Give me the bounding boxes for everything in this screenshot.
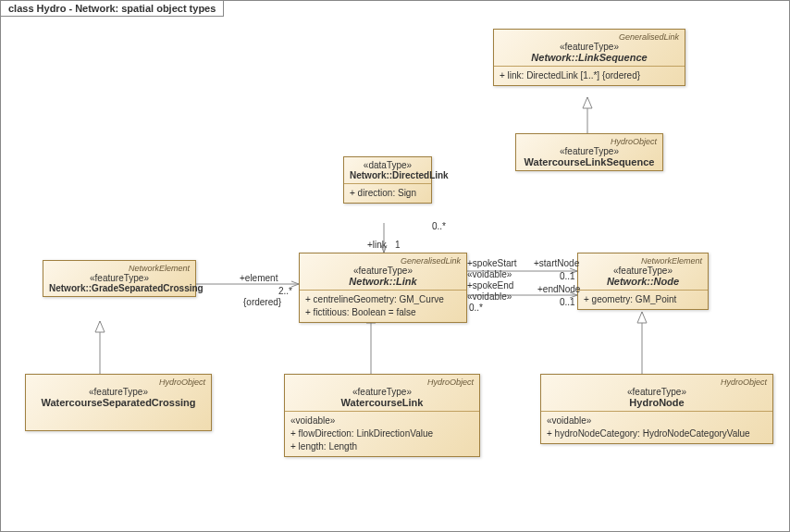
tag: GeneralisedLink [305, 256, 461, 266]
mult-link-0: 0..* [432, 221, 446, 231]
tag: NetworkElement [49, 264, 190, 273]
role-spoke-start: +spokeStart [467, 258, 517, 268]
stereo: «featureType» [584, 266, 702, 276]
stereo: «featureType» [500, 42, 679, 52]
attr: + geometry: GM_Point [578, 291, 708, 309]
name: Network::LinkSequence [500, 52, 679, 63]
class-watercourse-link: HydroObject«featureType»WatercourseLink … [284, 374, 480, 457]
role-start-node: +startNode [534, 258, 579, 268]
attr: + direction: Sign [344, 184, 431, 203]
attr: + link: DirectedLink [1..*] {ordered} [494, 67, 685, 85]
stereo: «featureType» [31, 387, 205, 397]
tag: HydroObject [31, 377, 205, 387]
tag: GeneralisedLink [500, 32, 679, 42]
stereo: «featureType» [522, 146, 657, 156]
tag: NetworkElement [584, 256, 702, 266]
role-element: +element [240, 273, 278, 283]
tag: HydroObject [290, 377, 474, 387]
class-network-link: GeneralisedLink«featureType»Network::Lin… [299, 253, 467, 323]
mult-start: 0..1 [560, 271, 575, 281]
attrs: «voidable»+ hydroNodeCategory: HydroNode… [541, 412, 772, 443]
class-directed-link: «dataType»Network::DirectedLink + direct… [343, 156, 432, 204]
mult-element: 2..* [278, 286, 292, 296]
stereo: «dataType» [350, 160, 426, 170]
constraint-ordered: {ordered} [243, 297, 281, 307]
stereo: «featureType» [290, 387, 474, 397]
voidable-2: «voidable» [467, 291, 512, 302]
mult-end: 0..1 [560, 297, 575, 307]
name: WatercourseLink [290, 397, 474, 408]
mult-spoke: 0..* [469, 303, 483, 313]
role-spoke-end: +spokeEnd [467, 280, 513, 291]
class-watercourse-separated-crossing: HydroObject«featureType»WatercourseSepar… [25, 374, 212, 431]
class-link-sequence: GeneralisedLink«featureType»Network::Lin… [493, 29, 685, 86]
class-grade-separated-crossing: NetworkElement«featureType»Network::Grad… [43, 260, 196, 297]
attrs: + centrelineGeometry: GM_Curve+ fictitio… [300, 291, 466, 322]
name: WatercourseLinkSequence [522, 156, 657, 167]
class-hydro-node: HydroObject«featureType»HydroNode «voida… [540, 374, 773, 444]
name: Network::Link [305, 276, 461, 287]
class-network-node: NetworkElement«featureType»Network::Node… [577, 253, 709, 310]
attrs: «voidable»+ flowDirection: LinkDirection… [285, 412, 479, 456]
name: WatercourseSeparatedCrossing [31, 397, 205, 408]
stereo: «featureType» [547, 387, 767, 397]
class-watercourse-link-sequence: HydroObject«featureType»WatercourseLinkS… [515, 133, 663, 171]
tag: HydroObject [522, 137, 657, 146]
diagram-canvas: class Hydro - Network: spatial object ty… [0, 0, 790, 532]
stereo: «featureType» [49, 273, 190, 283]
name: Network::Node [584, 276, 702, 287]
name: HydroNode [547, 397, 767, 408]
name: Network::DirectedLink [350, 170, 426, 180]
stereo: «featureType» [305, 266, 461, 276]
frame-title: class Hydro - Network: spatial object ty… [1, 1, 224, 17]
role-end-node: +endNode [537, 284, 580, 294]
voidable-1: «voidable» [467, 269, 512, 279]
name: Network::GradeSeparatedCrossing [49, 283, 190, 293]
tag: HydroObject [547, 377, 767, 387]
mult-link-1: 1 [395, 240, 401, 250]
role-link: +link [367, 240, 387, 250]
